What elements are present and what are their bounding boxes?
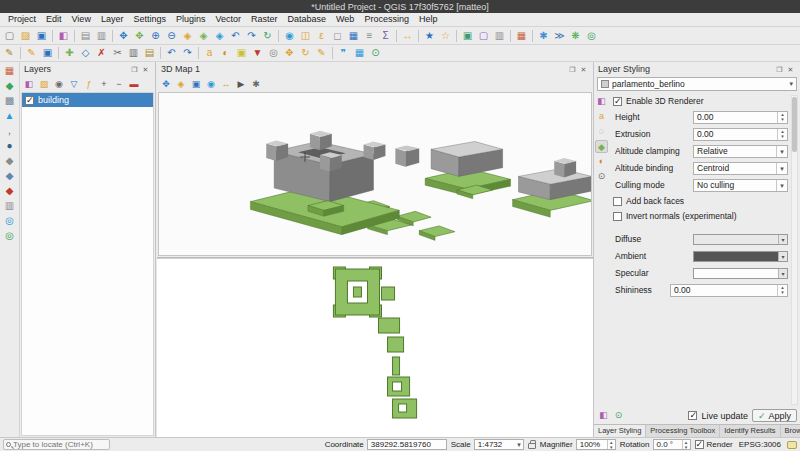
menu-item-vector[interactable]: Vector <box>210 13 246 26</box>
render-checkbox[interactable] <box>695 440 704 449</box>
new-geopackage-icon[interactable]: ▣ <box>460 29 475 43</box>
add-spatialite-layer-icon[interactable]: ◆ <box>2 154 18 168</box>
change-label-icon[interactable]: ✎ <box>314 46 329 60</box>
labels-tab-icon[interactable]: a <box>595 110 608 123</box>
locate-search[interactable] <box>3 439 110 450</box>
style-history-icon[interactable]: ⊙ <box>612 409 625 422</box>
open-layer-styling-icon[interactable]: ◧ <box>22 77 36 91</box>
undock-panel-icon[interactable]: ❐ <box>774 63 785 76</box>
locate-input[interactable] <box>13 440 107 449</box>
layout-manager-icon[interactable]: ▥ <box>94 29 109 43</box>
3d-configure-icon[interactable]: ✱ <box>249 77 263 91</box>
remove-layer-icon[interactable]: ▬ <box>127 77 141 91</box>
zoom-to-selection-icon[interactable]: ◈ <box>196 29 211 43</box>
zoom-full-3d-icon[interactable]: ◈ <box>174 77 188 91</box>
rotate-label-icon[interactable]: ↻ <box>298 46 313 60</box>
add-wfs-layer-icon[interactable]: ◎ <box>2 229 18 243</box>
menu-item-edit[interactable]: Edit <box>41 13 67 26</box>
paste-features-icon[interactable]: ▤ <box>142 46 157 60</box>
camera-control-icon[interactable]: ✥ <box>159 77 173 91</box>
altitude-clamping-combo[interactable]: Relative ▾ <box>693 145 788 158</box>
delete-selected-icon[interactable]: ✗ <box>94 46 109 60</box>
new-virtual-layer-icon[interactable]: ▥ <box>492 29 507 43</box>
shininess-spinbox[interactable]: 0.00 ▴▾ <box>670 284 788 297</box>
menu-item-plugins[interactable]: Plugins <box>171 13 211 26</box>
menu-item-database[interactable]: Database <box>283 13 332 26</box>
3d-view-tab-icon[interactable]: ◆ <box>595 140 608 153</box>
new-bookmark-icon[interactable]: ★ <box>422 29 437 43</box>
layer-item-building[interactable]: building <box>22 93 153 107</box>
spin-arrows-icon[interactable]: ▴▾ <box>607 440 615 449</box>
zoom-in-icon[interactable]: ⊕ <box>148 29 163 43</box>
layer-select-combo[interactable]: parlamento_berlino ▾ <box>597 77 797 91</box>
scrollbar-thumb[interactable] <box>792 97 797 152</box>
menu-item-project[interactable]: Project <box>3 13 41 26</box>
live-update-checkbox[interactable] <box>688 411 697 420</box>
altitude-binding-combo[interactable]: Centroid ▾ <box>693 162 788 175</box>
undock-panel-icon[interactable]: ❐ <box>567 63 578 76</box>
zoom-to-layer-icon[interactable]: ◈ <box>212 29 227 43</box>
toggle-editing-icon[interactable]: ✎ <box>24 46 39 60</box>
messages-icon[interactable] <box>787 441 797 449</box>
metasearch-icon[interactable]: ◎ <box>584 29 599 43</box>
select-by-expression-icon[interactable]: ε <box>314 29 329 43</box>
data-source-manager-icon[interactable]: ▦ <box>514 29 529 43</box>
save-layer-edits-icon[interactable]: ▣ <box>40 46 55 60</box>
apply-button[interactable]: Apply <box>752 409 797 422</box>
ambient-color-button[interactable]: ▾ <box>693 251 788 262</box>
map-canvas[interactable] <box>157 258 593 437</box>
menu-item-raster[interactable]: Raster <box>246 13 283 26</box>
show-hidden-labels-icon[interactable]: ◎ <box>266 46 281 60</box>
magnifier-spinbox[interactable]: 100% ▴▾ <box>576 439 616 450</box>
new-shapefile-icon[interactable]: ▢ <box>476 29 491 43</box>
manage-map-themes-icon[interactable]: ◉ <box>52 77 66 91</box>
filter-by-expression-icon[interactable]: ƒ <box>82 77 96 91</box>
spin-arrows-icon[interactable]: ▴▾ <box>682 440 690 449</box>
pan-to-selection-icon[interactable]: ✥ <box>132 29 147 43</box>
rotation-spinbox[interactable]: 0.0 ° ▴▾ <box>653 439 691 450</box>
lock-scale-icon[interactable] <box>528 443 536 449</box>
zoom-next-icon[interactable]: ↷ <box>244 29 259 43</box>
masks-tab-icon[interactable]: ◌ <box>595 125 608 138</box>
invert-normals-checkbox[interactable] <box>613 212 622 221</box>
menu-item-settings[interactable]: Settings <box>128 13 171 26</box>
tab-layer-styling[interactable]: Layer Styling <box>594 425 646 437</box>
redo-icon[interactable]: ↷ <box>180 46 195 60</box>
field-calculator-icon[interactable]: ≡ <box>362 29 377 43</box>
add-mssql-layer-icon[interactable]: ◆ <box>2 169 18 183</box>
symbology-tab-icon[interactable]: ◧ <box>595 95 608 108</box>
zoom-full-icon[interactable]: ◈ <box>180 29 195 43</box>
close-panel-icon[interactable]: ✕ <box>140 63 151 76</box>
extrusion-spinbox[interactable]: 0.00 ▴▾ <box>693 128 788 141</box>
current-edits-icon[interactable]: ✎ <box>2 46 17 60</box>
symbology-presets-icon[interactable]: ◧ <box>597 409 610 422</box>
processing-toolbox-icon[interactable]: ✱ <box>536 29 551 43</box>
new-3d-map-view-icon[interactable]: ▦ <box>352 46 367 60</box>
height-spinbox[interactable]: 0.00 ▴▾ <box>693 111 788 124</box>
spin-arrows-icon[interactable]: ▴▾ <box>777 112 787 123</box>
menu-item-help[interactable]: Help <box>414 13 443 26</box>
add-feature-icon[interactable]: ✚ <box>62 46 77 60</box>
tab-browser[interactable]: Browser <box>781 425 800 437</box>
vertex-tool-icon[interactable]: ◇ <box>78 46 93 60</box>
filter-legend-icon[interactable]: ▽ <box>67 77 81 91</box>
save-project-icon[interactable]: ▣ <box>34 29 49 43</box>
map-tips-icon[interactable]: ❞ <box>336 46 351 60</box>
add-mesh-layer-icon[interactable]: ▲ <box>2 109 18 123</box>
menu-item-view[interactable]: View <box>67 13 96 26</box>
layer-visibility-checkbox[interactable] <box>25 96 34 105</box>
show-bookmarks-icon[interactable]: ☆ <box>438 29 453 43</box>
measure-icon[interactable]: ↔ <box>400 29 415 43</box>
specular-color-button[interactable]: ▾ <box>693 268 788 279</box>
cut-features-icon[interactable]: ✂ <box>110 46 125 60</box>
zoom-last-icon[interactable]: ↶ <box>228 29 243 43</box>
enable-3d-renderer-checkbox[interactable] <box>613 97 622 106</box>
menu-item-processing[interactable]: Processing <box>359 13 414 26</box>
statistical-summary-icon[interactable]: Σ <box>378 29 393 43</box>
data-source-manager-icon[interactable]: ▦ <box>2 64 18 78</box>
scrollbar[interactable] <box>791 95 798 405</box>
history-tab-icon[interactable]: ⊙ <box>595 170 608 183</box>
identify-features-icon[interactable]: ◉ <box>282 29 297 43</box>
pin-labels-icon[interactable]: ▼ <box>250 46 265 60</box>
diagrams-tab-icon[interactable]: ◐ <box>595 155 608 168</box>
